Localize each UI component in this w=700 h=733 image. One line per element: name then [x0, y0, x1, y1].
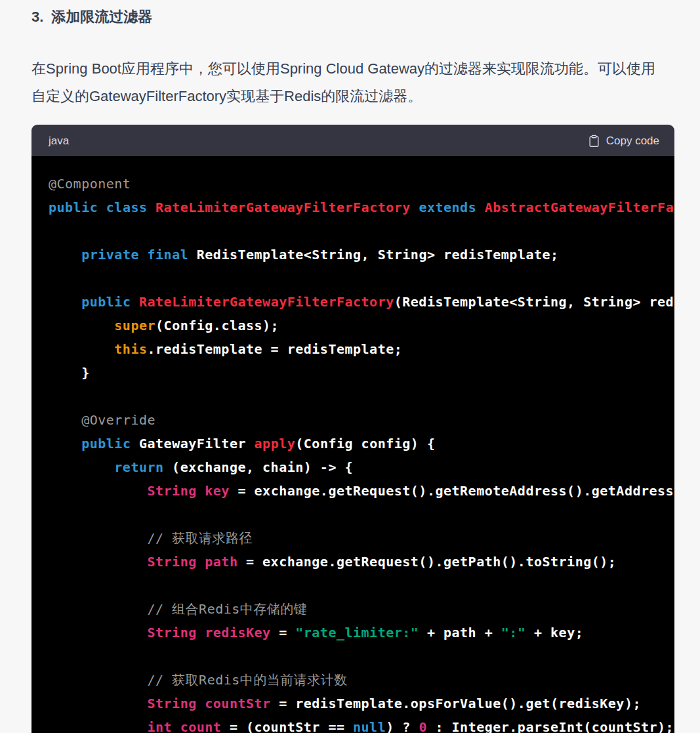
- code-line: @Component: [49, 172, 674, 196]
- code-line: String redisKey = "rate_limiter:" + path…: [49, 621, 674, 644]
- code-token: + key;: [525, 625, 583, 640]
- code-token: // 获取请求路径: [148, 530, 253, 546]
- code-token: class: [106, 199, 148, 215]
- code-token: [98, 199, 106, 215]
- code-token: int count: [148, 719, 222, 733]
- code-token: ) ?: [386, 719, 419, 733]
- copy-code-label: Copy code: [606, 135, 659, 146]
- code-token: String redisKey: [148, 625, 271, 640]
- code-token: RedisTemplate<String, String> redisTempl…: [188, 247, 558, 262]
- code-token: [49, 601, 148, 617]
- code-line: return (exchange, chain) -> {: [49, 455, 674, 479]
- code-token: [411, 199, 419, 215]
- code-token: (RedisTemplate<String, String> red: [394, 294, 674, 310]
- code-token: null: [353, 719, 386, 733]
- code-token: // 组合Redis中存储的键: [148, 601, 308, 617]
- code-token: [148, 199, 156, 215]
- code-token: return: [114, 459, 163, 475]
- code-line: int count = (countStr == null) ? 0 : Int…: [49, 715, 674, 733]
- code-line: public class RateLimiterGatewayFilterFac…: [49, 196, 674, 219]
- code-token: "rate_limiter:": [295, 625, 419, 640]
- code-token: (Config.class);: [155, 318, 279, 333]
- code-token: public: [49, 199, 98, 215]
- code-line: super(Config.class);: [49, 314, 674, 337]
- code-token: ":": [501, 625, 526, 640]
- code-token: public: [81, 436, 131, 451]
- code-block: java Copy code @Componentpublic class Ra…: [31, 125, 674, 733]
- code-token: [49, 318, 114, 333]
- code-line: [49, 219, 674, 243]
- code-line: String path = exchange.getRequest().getP…: [49, 550, 674, 574]
- code-token: String key: [148, 483, 230, 499]
- code-line: // 组合Redis中存储的键: [49, 597, 674, 621]
- code-token: public: [81, 294, 131, 310]
- code-line: @Override: [49, 408, 674, 432]
- code-token: [139, 247, 148, 262]
- code-line: [49, 385, 674, 408]
- copy-code-button[interactable]: Copy code: [588, 135, 659, 147]
- code-line: // 获取请求路径: [49, 526, 674, 550]
- code-token: [49, 672, 148, 688]
- code-header: java Copy code: [31, 125, 674, 156]
- heading-text: 添加限流过滤器: [51, 8, 152, 26]
- code-token: [49, 436, 81, 451]
- clipboard-icon: [588, 135, 600, 147]
- code-token: RateLimiterGatewayFilterFactory: [155, 199, 411, 215]
- code-content[interactable]: @Componentpublic class RateLimiterGatewa…: [31, 156, 674, 733]
- code-token: String countStr: [148, 696, 271, 711]
- assistant-message: 3. 添加限流过滤器 在Spring Boot应用程序中，您可以使用Spring…: [0, 8, 700, 733]
- code-token: [49, 530, 148, 546]
- code-token: = exchange.getRequest().getPath().toStri…: [237, 554, 616, 570]
- code-line: // 获取Redis中的当前请求计数: [49, 668, 674, 692]
- code-token: : Integer.parseInt(countStr);: [427, 719, 674, 733]
- code-token: String path: [148, 554, 238, 570]
- code-token: @Override: [81, 412, 155, 428]
- code-token: }: [49, 365, 90, 381]
- code-token: = (countStr ==: [221, 719, 353, 733]
- code-token: (Config config) {: [295, 436, 435, 451]
- code-token: [49, 719, 148, 733]
- code-line: [49, 574, 674, 597]
- list-heading: 3. 添加限流过滤器: [31, 8, 674, 26]
- code-token: .redisTemplate = redisTemplate;: [148, 341, 403, 357]
- list-number: 3.: [31, 8, 43, 26]
- code-language-label: java: [49, 135, 69, 146]
- code-token: = redisTemplate.opsForValue().get(redisK…: [271, 696, 641, 711]
- code-token: (exchange, chain) -> {: [164, 459, 353, 475]
- code-token: @Component: [49, 176, 131, 192]
- code-line: public RateLimiterGatewayFilterFactory(R…: [49, 290, 674, 314]
- code-token: [131, 294, 139, 310]
- code-token: =: [271, 625, 296, 640]
- code-token: = exchange.getRequest().getRemoteAddress…: [230, 483, 674, 499]
- code-token: [49, 696, 148, 711]
- code-token: super: [114, 318, 155, 333]
- code-token: [49, 412, 81, 428]
- code-token: GatewayFilter: [131, 436, 254, 451]
- code-line: private final RedisTemplate<String, Stri…: [49, 243, 674, 266]
- code-token: [49, 625, 148, 640]
- code-token: RateLimiterGatewayFilterFactory: [139, 294, 394, 310]
- code-token: [49, 554, 148, 570]
- code-line: this.redisTemplate = redisTemplate;: [49, 337, 674, 361]
- code-token: [49, 294, 81, 310]
- code-token: [49, 341, 114, 357]
- code-line: [49, 503, 674, 526]
- code-token: apply: [255, 436, 296, 451]
- code-token: [476, 199, 485, 215]
- code-line: String key = exchange.getRequest().getRe…: [49, 479, 674, 503]
- code-token: 0: [419, 719, 427, 733]
- code-token: + path +: [419, 625, 501, 640]
- code-token: extends: [419, 199, 476, 215]
- code-token: private: [81, 247, 139, 262]
- code-token: [49, 483, 148, 499]
- code-line: }: [49, 361, 674, 385]
- code-line: String countStr = redisTemplate.opsForVa…: [49, 692, 674, 715]
- code-token: final: [148, 247, 189, 262]
- code-token: [49, 247, 81, 262]
- paragraph: 在Spring Boot应用程序中，您可以使用Spring Cloud Gate…: [31, 55, 665, 110]
- code-line: [49, 644, 674, 668]
- code-token: this: [114, 341, 147, 357]
- code-line: public GatewayFilter apply(Config config…: [49, 432, 674, 455]
- code-token: AbstractGatewayFilterFa: [485, 199, 674, 215]
- code-line: [49, 266, 674, 290]
